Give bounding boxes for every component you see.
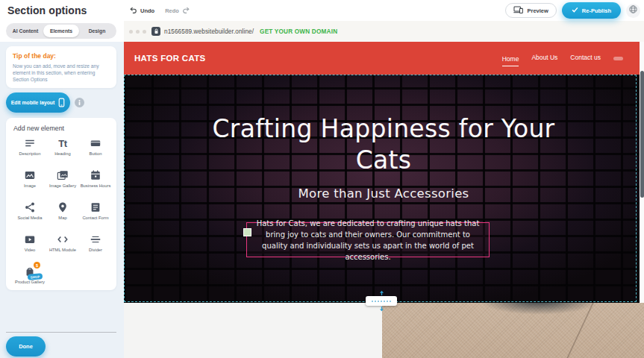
site-url: n1566589.websitebuilder.online/ — [164, 28, 254, 35]
element-item-social-media[interactable]: Social Media — [13, 201, 46, 230]
element-label: Contact Form — [82, 216, 108, 221]
panel-title: Add new element — [13, 125, 112, 132]
mobile-phone-icon — [58, 98, 65, 108]
hero-body-text: Hats for Cats, we are dedicated to craft… — [253, 218, 483, 263]
video-icon — [24, 233, 36, 245]
nav-item-about-us[interactable]: About Us — [531, 54, 557, 63]
element-item-map[interactable]: Map — [46, 201, 79, 230]
element-item-heading[interactable]: Tt Heading — [46, 136, 79, 166]
section-resize-handle[interactable] — [366, 290, 397, 312]
browser-dots — [129, 30, 146, 34]
site-header[interactable]: Hats For Cats Home About Us Contact us — [124, 42, 644, 75]
heading-icon: Tt — [58, 136, 66, 149]
editor-sidebar: AI Content Elements Design Tip of the da… — [0, 21, 124, 358]
html-code-icon — [57, 233, 69, 245]
element-label: Divider — [89, 248, 102, 253]
element-item-product-gallery[interactable]: $ SHOP Product Gallery — [13, 265, 46, 295]
globe-icon — [628, 4, 638, 17]
image-icon — [24, 169, 36, 181]
resize-grip — [366, 296, 397, 306]
product-gallery-icon: $ SHOP — [24, 265, 36, 277]
element-label: Image — [24, 183, 36, 189]
browser-dot — [129, 30, 133, 34]
element-item-business-hours[interactable]: Business Hours — [79, 169, 112, 198]
next-section-image — [382, 303, 644, 358]
website-builder-app: Section options Undo Redo Preview Re-Pub… — [0, 0, 644, 358]
element-item-html-module[interactable]: HTML Module — [46, 233, 79, 263]
element-grid: Description Tt Heading Button Image Imag… — [13, 136, 112, 295]
button-icon — [90, 136, 101, 149]
get-domain-link[interactable]: GET YOUR OWN DOMAIN — [260, 28, 337, 35]
arrow-up-icon — [378, 290, 385, 296]
element-item-description[interactable]: Description — [13, 136, 46, 166]
nav-item-contact-us[interactable]: Contact us — [570, 54, 601, 63]
image-gallery-icon — [57, 169, 69, 181]
language-globe-button[interactable] — [626, 4, 640, 18]
shop-badge: SHOP — [28, 273, 43, 280]
sidebar-tabs: AI Content Elements Design — [6, 23, 116, 39]
browser-address-bar: n1566589.websitebuilder.online/ GET YOUR… — [124, 21, 644, 42]
description-icon — [24, 136, 36, 149]
element-item-button[interactable]: Button — [79, 136, 112, 166]
element-item-image-gallery[interactable]: Image Gallery — [46, 169, 79, 198]
browser-dot — [143, 30, 146, 34]
site-nav: Home About Us Contact us — [502, 42, 623, 75]
browser-dot — [136, 30, 140, 34]
redo-icon — [182, 6, 190, 16]
toolbar-actions: Preview Re-Publish — [505, 0, 640, 21]
preview-label: Preview — [527, 7, 548, 14]
text-element-selected[interactable]: Hats for Cats, we are dedicated to craft… — [246, 222, 490, 257]
preview-button[interactable]: Preview — [505, 3, 556, 18]
checkmark-icon — [572, 7, 578, 14]
done-button[interactable]: Done — [6, 336, 46, 357]
lock-icon — [151, 27, 160, 36]
element-label: HTML Module — [49, 248, 76, 253]
hero-subtitle[interactable]: More than Just Accessories — [212, 186, 555, 201]
undo-icon — [129, 6, 137, 16]
redo-label: Redo — [165, 7, 179, 14]
scrollbar[interactable] — [640, 71, 644, 198]
divider-icon — [90, 233, 101, 245]
element-label: Description — [19, 151, 41, 157]
redo-button[interactable]: Redo — [165, 6, 190, 16]
undo-button[interactable]: Undo — [129, 6, 154, 16]
hero-section-selected[interactable]: Crafting Happiness for Your Cats More th… — [124, 75, 644, 303]
element-item-contact-form[interactable]: Contact Form — [79, 201, 112, 230]
element-label: Video — [25, 248, 36, 253]
sidebar-divider — [6, 332, 116, 333]
element-drag-handle[interactable] — [243, 228, 251, 236]
element-label: Business Hours — [81, 183, 111, 189]
social-media-icon — [24, 201, 36, 213]
republish-button[interactable]: Re-Publish — [562, 2, 621, 19]
nav-item-home[interactable]: Home — [502, 55, 519, 66]
hero-title[interactable]: Crafting Happiness for Your Cats — [212, 113, 555, 176]
dollar-badge: $ — [34, 262, 40, 268]
edit-mobile-layout-button[interactable]: Edit mobile layout — [6, 92, 70, 113]
nav-more-button[interactable] — [613, 57, 623, 60]
tip-body: Now you can add, move and resize any ele… — [13, 63, 110, 84]
undo-redo-group: Undo Redo — [129, 0, 190, 21]
top-toolbar: Section options Undo Redo Preview Re-Pub… — [0, 0, 644, 21]
republish-label: Re-Publish — [582, 7, 611, 14]
site-logo[interactable]: Hats For Cats — [134, 54, 205, 63]
element-label: Heading — [54, 151, 71, 157]
element-label: Button — [90, 151, 102, 157]
tip-title: Tip of the day: — [13, 52, 110, 60]
edit-mobile-layout-label: Edit mobile layout — [11, 100, 55, 105]
arrow-down-icon — [378, 306, 385, 312]
sidebar-tabs-row: AI Content Elements Design — [0, 21, 124, 42]
info-icon[interactable] — [75, 98, 84, 107]
tab-design[interactable]: Design — [79, 25, 115, 37]
devices-icon — [513, 6, 523, 15]
tab-elements[interactable]: Elements — [43, 25, 79, 37]
map-pin-icon — [57, 201, 69, 213]
add-new-element-panel: Add new element Description Tt Heading B… — [6, 118, 116, 290]
element-item-image[interactable]: Image — [13, 169, 46, 198]
element-label: Image Gallery — [49, 183, 76, 189]
element-item-divider[interactable]: Divider — [79, 233, 112, 263]
tip-of-the-day-card: Tip of the day: Now you can add, move an… — [6, 46, 116, 88]
element-label: Map — [58, 216, 66, 221]
element-label: Social Media — [17, 216, 42, 221]
element-item-video[interactable]: Video — [13, 233, 46, 263]
tab-ai-content[interactable]: AI Content — [7, 25, 43, 37]
